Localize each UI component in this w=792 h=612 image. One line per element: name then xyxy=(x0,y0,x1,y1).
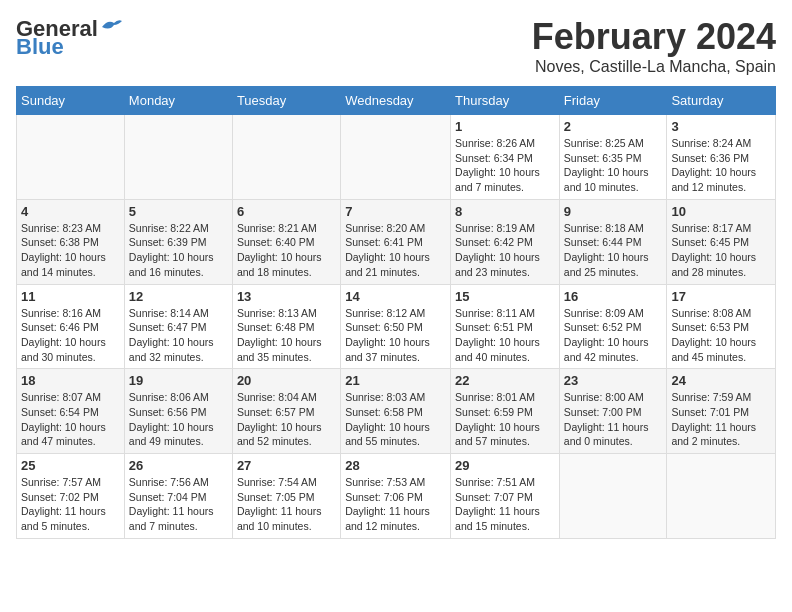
day-info: Sunrise: 8:11 AMSunset: 6:51 PMDaylight:… xyxy=(455,306,555,365)
table-row: 21Sunrise: 8:03 AMSunset: 6:58 PMDayligh… xyxy=(341,369,451,454)
table-row: 10Sunrise: 8:17 AMSunset: 6:45 PMDayligh… xyxy=(667,199,776,284)
day-info: Sunrise: 7:57 AMSunset: 7:02 PMDaylight:… xyxy=(21,475,120,534)
day-info: Sunrise: 7:59 AMSunset: 7:01 PMDaylight:… xyxy=(671,390,771,449)
table-row: 13Sunrise: 8:13 AMSunset: 6:48 PMDayligh… xyxy=(232,284,340,369)
day-info: Sunrise: 7:53 AMSunset: 7:06 PMDaylight:… xyxy=(345,475,446,534)
day-number: 17 xyxy=(671,289,771,304)
day-number: 23 xyxy=(564,373,663,388)
day-info: Sunrise: 8:04 AMSunset: 6:57 PMDaylight:… xyxy=(237,390,336,449)
day-number: 10 xyxy=(671,204,771,219)
table-row xyxy=(667,454,776,539)
day-number: 19 xyxy=(129,373,228,388)
day-number: 13 xyxy=(237,289,336,304)
page-title: February 2024 xyxy=(532,16,776,58)
table-row: 1Sunrise: 8:26 AMSunset: 6:34 PMDaylight… xyxy=(451,115,560,200)
day-number: 16 xyxy=(564,289,663,304)
table-row xyxy=(559,454,667,539)
day-info: Sunrise: 7:56 AMSunset: 7:04 PMDaylight:… xyxy=(129,475,228,534)
day-number: 22 xyxy=(455,373,555,388)
table-row: 2Sunrise: 8:25 AMSunset: 6:35 PMDaylight… xyxy=(559,115,667,200)
table-row: 15Sunrise: 8:11 AMSunset: 6:51 PMDayligh… xyxy=(451,284,560,369)
location-subtitle: Noves, Castille-La Mancha, Spain xyxy=(532,58,776,76)
table-row: 26Sunrise: 7:56 AMSunset: 7:04 PMDayligh… xyxy=(124,454,232,539)
day-info: Sunrise: 8:09 AMSunset: 6:52 PMDaylight:… xyxy=(564,306,663,365)
day-number: 14 xyxy=(345,289,446,304)
header: General Blue February 2024 Noves, Castil… xyxy=(16,16,776,76)
table-row: 4Sunrise: 8:23 AMSunset: 6:38 PMDaylight… xyxy=(17,199,125,284)
table-row: 22Sunrise: 8:01 AMSunset: 6:59 PMDayligh… xyxy=(451,369,560,454)
day-info: Sunrise: 8:16 AMSunset: 6:46 PMDaylight:… xyxy=(21,306,120,365)
day-info: Sunrise: 8:00 AMSunset: 7:00 PMDaylight:… xyxy=(564,390,663,449)
table-row: 29Sunrise: 7:51 AMSunset: 7:07 PMDayligh… xyxy=(451,454,560,539)
day-number: 29 xyxy=(455,458,555,473)
table-row xyxy=(17,115,125,200)
calendar-week-row: 18Sunrise: 8:07 AMSunset: 6:54 PMDayligh… xyxy=(17,369,776,454)
day-number: 8 xyxy=(455,204,555,219)
table-row: 28Sunrise: 7:53 AMSunset: 7:06 PMDayligh… xyxy=(341,454,451,539)
table-row: 17Sunrise: 8:08 AMSunset: 6:53 PMDayligh… xyxy=(667,284,776,369)
table-row: 8Sunrise: 8:19 AMSunset: 6:42 PMDaylight… xyxy=(451,199,560,284)
day-number: 7 xyxy=(345,204,446,219)
day-info: Sunrise: 8:25 AMSunset: 6:35 PMDaylight:… xyxy=(564,136,663,195)
day-info: Sunrise: 8:21 AMSunset: 6:40 PMDaylight:… xyxy=(237,221,336,280)
day-number: 15 xyxy=(455,289,555,304)
day-number: 24 xyxy=(671,373,771,388)
day-info: Sunrise: 8:12 AMSunset: 6:50 PMDaylight:… xyxy=(345,306,446,365)
table-row: 14Sunrise: 8:12 AMSunset: 6:50 PMDayligh… xyxy=(341,284,451,369)
day-number: 26 xyxy=(129,458,228,473)
day-info: Sunrise: 8:19 AMSunset: 6:42 PMDaylight:… xyxy=(455,221,555,280)
day-number: 27 xyxy=(237,458,336,473)
table-row: 7Sunrise: 8:20 AMSunset: 6:41 PMDaylight… xyxy=(341,199,451,284)
table-row: 9Sunrise: 8:18 AMSunset: 6:44 PMDaylight… xyxy=(559,199,667,284)
table-row: 24Sunrise: 7:59 AMSunset: 7:01 PMDayligh… xyxy=(667,369,776,454)
day-info: Sunrise: 8:23 AMSunset: 6:38 PMDaylight:… xyxy=(21,221,120,280)
day-info: Sunrise: 7:51 AMSunset: 7:07 PMDaylight:… xyxy=(455,475,555,534)
day-number: 9 xyxy=(564,204,663,219)
day-number: 28 xyxy=(345,458,446,473)
table-row xyxy=(341,115,451,200)
logo: General Blue xyxy=(16,16,124,60)
day-number: 1 xyxy=(455,119,555,134)
day-number: 2 xyxy=(564,119,663,134)
day-number: 6 xyxy=(237,204,336,219)
table-row: 3Sunrise: 8:24 AMSunset: 6:36 PMDaylight… xyxy=(667,115,776,200)
day-number: 25 xyxy=(21,458,120,473)
table-row: 18Sunrise: 8:07 AMSunset: 6:54 PMDayligh… xyxy=(17,369,125,454)
title-block: February 2024 Noves, Castille-La Mancha,… xyxy=(532,16,776,76)
day-info: Sunrise: 8:01 AMSunset: 6:59 PMDaylight:… xyxy=(455,390,555,449)
table-row: 20Sunrise: 8:04 AMSunset: 6:57 PMDayligh… xyxy=(232,369,340,454)
header-wednesday: Wednesday xyxy=(341,87,451,115)
day-number: 18 xyxy=(21,373,120,388)
header-saturday: Saturday xyxy=(667,87,776,115)
day-info: Sunrise: 8:06 AMSunset: 6:56 PMDaylight:… xyxy=(129,390,228,449)
calendar-week-row: 4Sunrise: 8:23 AMSunset: 6:38 PMDaylight… xyxy=(17,199,776,284)
calendar-table: Sunday Monday Tuesday Wednesday Thursday… xyxy=(16,86,776,539)
table-row: 6Sunrise: 8:21 AMSunset: 6:40 PMDaylight… xyxy=(232,199,340,284)
day-info: Sunrise: 8:08 AMSunset: 6:53 PMDaylight:… xyxy=(671,306,771,365)
day-number: 3 xyxy=(671,119,771,134)
table-row: 12Sunrise: 8:14 AMSunset: 6:47 PMDayligh… xyxy=(124,284,232,369)
table-row: 25Sunrise: 7:57 AMSunset: 7:02 PMDayligh… xyxy=(17,454,125,539)
day-number: 5 xyxy=(129,204,228,219)
day-info: Sunrise: 8:17 AMSunset: 6:45 PMDaylight:… xyxy=(671,221,771,280)
day-number: 21 xyxy=(345,373,446,388)
day-info: Sunrise: 7:54 AMSunset: 7:05 PMDaylight:… xyxy=(237,475,336,534)
day-info: Sunrise: 8:24 AMSunset: 6:36 PMDaylight:… xyxy=(671,136,771,195)
table-row: 19Sunrise: 8:06 AMSunset: 6:56 PMDayligh… xyxy=(124,369,232,454)
day-info: Sunrise: 8:18 AMSunset: 6:44 PMDaylight:… xyxy=(564,221,663,280)
day-number: 11 xyxy=(21,289,120,304)
table-row xyxy=(124,115,232,200)
day-info: Sunrise: 8:07 AMSunset: 6:54 PMDaylight:… xyxy=(21,390,120,449)
table-row: 27Sunrise: 7:54 AMSunset: 7:05 PMDayligh… xyxy=(232,454,340,539)
table-row: 11Sunrise: 8:16 AMSunset: 6:46 PMDayligh… xyxy=(17,284,125,369)
day-info: Sunrise: 8:26 AMSunset: 6:34 PMDaylight:… xyxy=(455,136,555,195)
calendar-week-row: 1Sunrise: 8:26 AMSunset: 6:34 PMDaylight… xyxy=(17,115,776,200)
logo-bird-icon xyxy=(100,17,124,37)
header-monday: Monday xyxy=(124,87,232,115)
day-number: 4 xyxy=(21,204,120,219)
calendar-week-row: 25Sunrise: 7:57 AMSunset: 7:02 PMDayligh… xyxy=(17,454,776,539)
calendar-header-row: Sunday Monday Tuesday Wednesday Thursday… xyxy=(17,87,776,115)
header-friday: Friday xyxy=(559,87,667,115)
table-row xyxy=(232,115,340,200)
header-thursday: Thursday xyxy=(451,87,560,115)
